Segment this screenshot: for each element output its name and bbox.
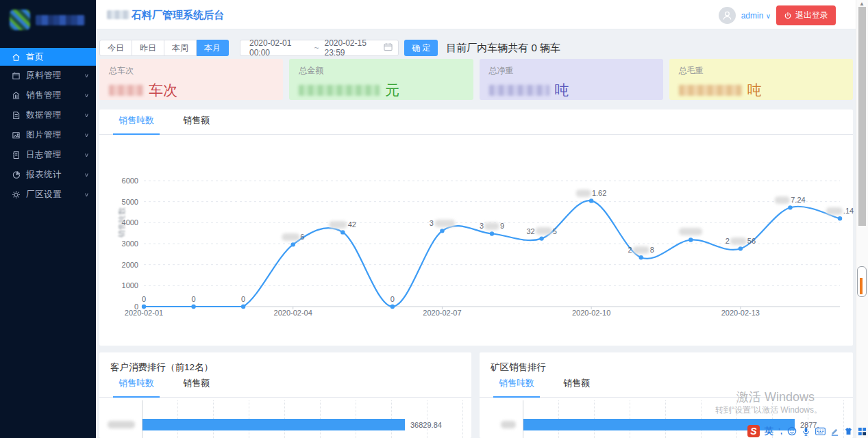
quick-range-本月[interactable]: 本月 [197,40,229,56]
sidebar: 首页原料管理∨销售管理∨数据管理∨图片管理∨日志管理∨报表统计∨厂区设置∨ [0,0,96,438]
chevron-down-icon: ∨ [84,172,89,178]
line-chart: 销售吨数 01000200030004000500060002020-02-01… [99,135,853,346]
data-point-2020-02-07 [440,229,444,233]
chevron-down-icon: ∨ [84,192,89,198]
chevron-down-icon: ∨ [84,112,89,118]
sidebar-item-label: 日志管理 [26,149,84,161]
point-label-2020-02-07: 3 [430,219,455,227]
sidebar-item-7[interactable]: 厂区设置∨ [0,185,96,205]
data-point-2020-02-06 [390,305,395,309]
windows-activation-watermark-line1: 激活 Windows [736,389,815,405]
data-point-2020-02-11 [639,255,643,259]
sales-trend-panel: 销售吨数 销售额 销售吨数 01000200030004000500060002… [99,110,853,346]
stat-card-unit: 吨 [747,81,762,100]
sidebar-item-1[interactable]: 原料管理∨ [0,66,96,86]
quick-range-本周[interactable]: 本周 [164,40,197,56]
sidebar-item-6[interactable]: 报表统计∨ [0,165,96,185]
windows-activation-watermark-line2: 转到“设置”以激活 Windows。 [715,404,822,416]
stat-card-label: 总毛重 [679,65,843,77]
point-label-2020-02-14: 7.24 [775,196,805,204]
data-point-2020-02-10 [589,198,593,203]
stat-card-unit: 元 [385,81,399,100]
sidebar-item-home[interactable]: 首页 [0,48,96,66]
data-point-2020-02-02 [191,305,195,309]
data-point-2020-02-03 [241,305,245,309]
svg-text:2000: 2000 [122,261,138,269]
date-range-picker[interactable]: 2020-02-01 00:00 ~ 2020-02-15 23:59 [240,40,399,56]
stat-value-redacted [299,85,380,96]
logout-button[interactable]: 退出登录 [776,5,836,25]
sogou-logo-icon[interactable]: S [747,425,760,437]
point-label-2020-02-15: .14 [826,207,854,215]
scrollbar-up-arrow[interactable]: ▲ [859,1,865,7]
floating-indicator-widget[interactable] [857,266,867,297]
calendar-icon[interactable] [384,42,393,53]
microphone-icon[interactable] [802,427,810,436]
sidebar-item-5[interactable]: 日志管理∨ [0,145,96,165]
username-dropdown[interactable]: admin ∨ [741,11,771,21]
emoji-icon[interactable] [787,426,797,436]
ime-punctuation-toggle[interactable]: ’, [778,427,782,435]
sidebar-item-label: 厂区设置 [26,189,84,201]
skin-shirt-icon[interactable] [844,427,853,435]
tab-mine-tons[interactable]: 销售吨数 [493,377,540,397]
tab-mine-amount[interactable]: 销售额 [558,377,595,397]
tab-cust-tons[interactable]: 销售吨数 [113,377,160,397]
user-icon [722,10,732,21]
stat-card-unit: 吨 [555,81,569,100]
picture-icon [12,131,21,140]
data-point-2020-02-05 [340,230,345,234]
point-label-2020-02-13: 256 [726,237,756,245]
header: 石料厂管理系统后台 admin ∨ 退出登录 [96,0,856,29]
sidebar-item-4[interactable]: 图片管理∨ [0,125,96,145]
stat-cards: 总车次车次总金额元总净重吨总毛重吨 [99,59,853,100]
scrollbar-thumb[interactable] [858,7,866,226]
material-icon [12,71,21,80]
data-point-2020-02-08 [490,231,494,235]
ime-language-toggle[interactable]: 英 [765,425,773,437]
stat-card-yellow: 总毛重吨 [669,59,853,100]
stat-card-value: 元 [299,81,463,100]
tab-cust-amount[interactable]: 销售额 [177,377,215,397]
date-start-value: 2020-02-01 00:00 [249,38,308,57]
avatar[interactable] [719,7,736,24]
title-prefix-redacted [107,10,129,19]
browser-scrollbar[interactable]: ▲ [856,0,868,438]
stat-card-value: 吨 [679,81,843,100]
tab-sales-tons[interactable]: 销售吨数 [113,114,160,134]
svg-text:2020-02-04: 2020-02-04 [274,309,312,317]
point-label-2020-02-06: 0 [390,295,395,303]
point-label-2020-02-04: 6 [282,233,304,241]
sidebar-item-2[interactable]: 销售管理∨ [0,86,96,105]
stat-card-purple: 总净重吨 [480,59,663,100]
floating-indicator-fill [860,278,863,294]
gridline [462,400,463,438]
stat-card-value: 吨 [489,81,654,100]
tab-sales-amount[interactable]: 销售额 [177,114,215,134]
stat-value-redacted [109,85,143,96]
sidebar-item-3[interactable]: 数据管理∨ [0,105,96,125]
sidebar-item-label: 报表统计 [26,169,84,181]
y-axis-title: 销售吨数 [117,207,127,237]
date-end-value: 2020-02-15 23:59 [325,38,384,57]
app-window: 首页原料管理∨销售管理∨数据管理∨图片管理∨日志管理∨报表统计∨厂区设置∨ 石料… [0,0,868,438]
customer-tabbar: 销售吨数 销售额 [99,375,471,398]
handwriting-icon[interactable] [830,427,839,436]
quick-range-今日[interactable]: 今日 [99,40,132,56]
chevron-down-icon: ∨ [84,92,89,99]
keyboard-icon[interactable] [815,427,826,436]
data-point-2020-02-01 [142,305,146,309]
bar[interactable] [142,419,405,430]
bar-category-redacted [108,421,135,428]
quick-range-昨日[interactable]: 昨日 [132,40,164,56]
chevron-down-icon: ∨ [84,152,89,158]
toolbox-grid-icon[interactable] [858,427,867,436]
data-point-2020-02-09 [539,236,543,240]
data-point-2020-02-15 [838,216,842,220]
svg-text:1000: 1000 [122,281,138,289]
point-label-2020-02-03: 0 [241,295,245,303]
stat-card-label: 总净重 [489,65,654,77]
confirm-button[interactable]: 确 定 [404,40,438,56]
logo-text-redacted [36,15,85,25]
chevron-down-icon: ∨ [84,132,89,138]
